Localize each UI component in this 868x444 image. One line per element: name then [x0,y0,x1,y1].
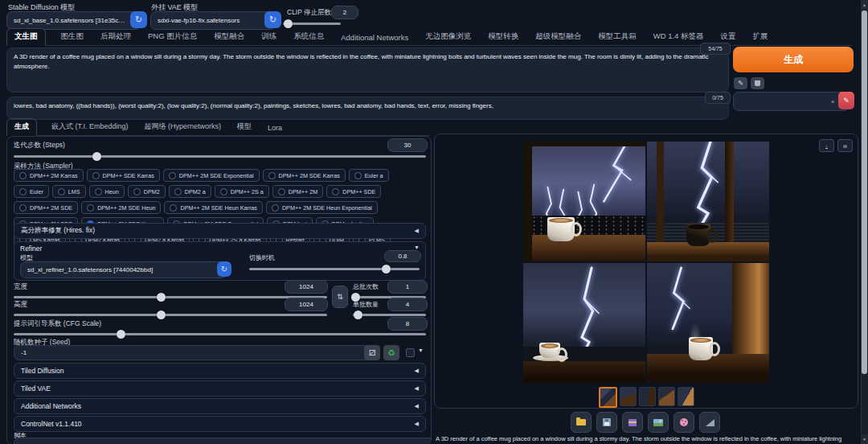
clear-styles-icon[interactable]: × [831,98,835,105]
sampler-option-DPM++ 2M SDE Heun Karras[interactable]: DPM++ 2M SDE Heun Karras [164,201,262,214]
accordion-ControlNet v1.1.410[interactable]: ControlNet v1.1.410◀ [14,416,426,432]
tab-PNG 图片信息[interactable]: PNG 图片信息 [146,29,199,45]
sampler-option-Heun[interactable]: Heun [89,185,125,198]
sampler-option-DPM++ SDE Karras[interactable]: DPM++ SDE Karras [87,169,160,182]
height-value[interactable]: 1024 [285,298,328,311]
generated-image-4[interactable] [647,263,769,383]
tab-扩展[interactable]: 扩展 [751,29,770,45]
switch-at-slider[interactable] [249,265,420,273]
sampler-option-Euler a[interactable]: Euler a [349,169,389,182]
tab-图生图[interactable]: 图生图 [59,29,86,45]
accordion-Tiled Diffusion[interactable]: Tiled Diffusion◀ [14,363,426,379]
tab-文生图[interactable]: 文生图 [6,28,46,46]
download-image-button[interactable]: ↓ [819,139,834,152]
switch-at-value[interactable]: 0.8 [384,250,421,262]
tab-模型融合[interactable]: 模型融合 [212,29,246,45]
scrollbar-thumb[interactable] [862,10,867,374]
reuse-seed-button[interactable]: ♻ [383,345,399,360]
apply-styles-button[interactable]: ✎ [838,92,854,109]
batch-size-value[interactable]: 4 [387,298,428,311]
clear-prompt-button[interactable] [751,77,764,89]
steps-value[interactable]: 30 [387,138,428,152]
send-to-inpaint-button[interactable] [674,412,694,433]
seed-extra-arrow-icon[interactable]: ▼ [418,347,424,353]
script-dropdown[interactable]: None ▾ [14,438,432,444]
generated-image-3[interactable] [523,263,645,383]
tab-后期处理[interactable]: 后期处理 [99,29,133,45]
tab-训练[interactable]: 训练 [260,29,278,45]
clip-skip-slider[interactable] [283,19,341,28]
sampler-option-LMS[interactable]: LMS [52,185,86,198]
tab-超级模型融合[interactable]: 超级模型融合 [534,29,583,45]
subtab-模型[interactable]: 模型 [235,119,253,135]
tab-模型工具箱[interactable]: 模型工具箱 [596,29,638,45]
thumbnail-2[interactable] [620,387,637,406]
seed-input[interactable]: -1 [14,345,372,360]
accordion-Tiled VAE[interactable]: Tiled VAE◀ [14,380,426,397]
sampler-option-DPM++ SDE[interactable]: DPM++ SDE [326,185,381,198]
refiner-model-dropdown[interactable]: sd_xl_refiner_1.0.safetensors [7440042bb… [20,261,227,278]
refiner-title[interactable]: Refiner [20,245,42,253]
subtab-嵌入式 (T.I. Embedding)[interactable]: 嵌入式 (T.I. Embedding) [50,119,130,135]
thumbnail-3[interactable] [639,387,656,406]
sd-model-dropdown[interactable]: sd_xl_base_1.0.safetensors [31e35c80fc] … [6,11,141,30]
sampler-option-DPM2 a[interactable]: DPM2 a [169,185,211,198]
thumbnail-4[interactable] [658,387,675,406]
generate-button[interactable]: 生成 [733,47,854,72]
width-value[interactable]: 1024 [285,280,328,294]
extra-seed-checkbox[interactable] [406,348,415,357]
generated-image-2[interactable] [647,142,769,261]
sampler-option-DPM++ 2M SDE Karras[interactable]: DPM++ 2M SDE Karras [263,169,346,182]
thumbnail-1[interactable] [599,387,617,408]
sampler-option-DPM++ 2M SDE Heun[interactable]: DPM++ 2M SDE Heun [81,201,161,214]
cfg-slider[interactable] [14,330,426,339]
radio-icon [92,172,100,179]
random-seed-button[interactable]: ⚂ [364,345,380,360]
sampler-option-DPM++ 2S a[interactable]: DPM++ 2S a [215,185,269,198]
close-preview-button[interactable]: ⊠ [837,139,853,152]
height-slider[interactable] [14,310,327,319]
generated-image-1[interactable] [523,142,645,261]
sampler-option-DPM++ 2M SDE[interactable]: DPM++ 2M SDE [14,201,78,214]
send-to-extras-button[interactable] [699,412,720,433]
send-to-img2img-button[interactable] [648,412,669,433]
tab-WD 1.4 标签器[interactable]: WD 1.4 标签器 [652,29,706,45]
width-slider[interactable] [14,293,327,302]
generated-image-grid[interactable] [523,142,769,383]
subtab-生成[interactable]: 生成 [6,118,37,136]
sampler-option-DPM++ 2M SDE Heun Exponential[interactable]: DPM++ 2M SDE Heun Exponential [266,201,378,214]
steps-slider[interactable] [14,152,426,161]
tab-模型转换[interactable]: 模型转换 [486,29,520,45]
paste-params-button[interactable]: ✎ [734,77,747,89]
vae-dropdown[interactable]: sdxl-vae-fp16-fix.safetensors ▾ [150,11,276,30]
batch-count-value[interactable]: 1 [387,280,428,294]
tab-Additional Networks[interactable]: Additional Networks [339,31,410,45]
hires-fix-accordion[interactable]: 高分辨率修复 (Hires. fix) ◀ [14,223,426,239]
scroll-down-icon[interactable]: ▼ [861,434,868,444]
refresh-sd-model-button[interactable]: ↻ [130,11,147,28]
save-zip-button[interactable] [622,412,643,433]
tab-系统信息[interactable]: 系统信息 [292,29,326,45]
open-folder-button[interactable] [571,412,592,433]
styles-dropdown[interactable]: × ▾ [733,92,850,111]
subtab-超网络 (Hypernetworks)[interactable]: 超网络 (Hypernetworks) [143,119,223,135]
prompt-textarea[interactable]: A 3D render of a coffee mug placed on a … [6,47,729,92]
save-image-button[interactable] [596,412,617,433]
swap-dimensions-button[interactable]: ⇅ [332,286,348,308]
thumbnail-5[interactable] [678,387,694,406]
scroll-up-icon[interactable]: ▲ [861,0,868,10]
subtab-Lora[interactable]: Lora [266,121,284,135]
negative-prompt-textarea[interactable]: lowres, bad anatomy, ((bad hands)), (wor… [6,97,729,120]
sampler-option-DPM++ 2M SDE Exponential[interactable]: DPM++ 2M SDE Exponential [163,169,260,182]
refresh-vae-button[interactable]: ↻ [264,11,281,28]
sampler-option-DPM2[interactable]: DPM2 [128,185,166,198]
sampler-option-DPM++ 2M Karras[interactable]: DPM++ 2M Karras [14,169,84,182]
tab-无边图像浏览[interactable]: 无边图像浏览 [424,29,473,45]
refiner-model-value: sd_xl_refiner_1.0.safetensors [7440042bb… [27,266,212,273]
accordion-Additional Networks[interactable]: Additional Networks◀ [14,398,426,414]
sampler-option-Euler[interactable]: Euler [14,185,49,198]
sampler-option-DPM++ 2M[interactable]: DPM++ 2M [272,185,323,198]
refresh-refiner-button[interactable]: ↻ [217,261,231,277]
cfg-value[interactable]: 8 [387,317,428,331]
clip-skip-value[interactable]: 2 [331,6,358,19]
